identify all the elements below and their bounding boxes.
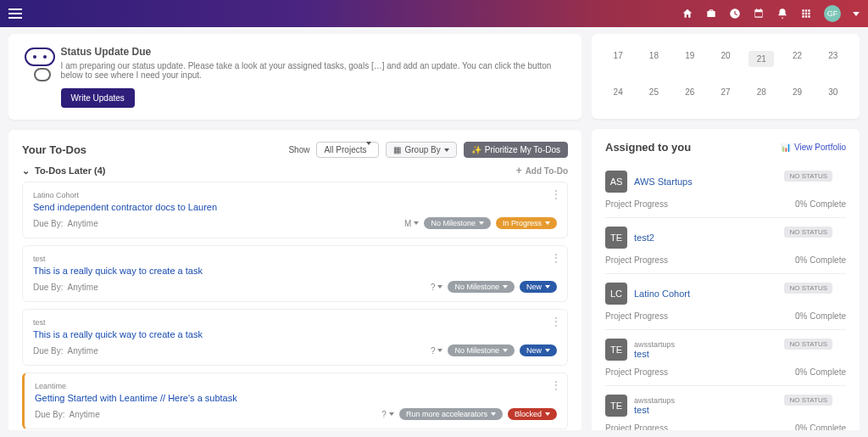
topbar: GF	[0, 0, 868, 27]
calendar-day[interactable]: 20	[713, 51, 738, 67]
todo-title-link[interactable]: Getting Started with Leantime // Here's …	[35, 393, 557, 403]
add-todo-button[interactable]: +Add To-Do	[516, 165, 568, 176]
briefcase-icon[interactable]	[705, 8, 717, 20]
calendar-day[interactable]: 26	[677, 87, 703, 97]
user-menu-caret[interactable]	[853, 12, 860, 16]
progress-label: Project Progress	[605, 199, 668, 209]
status-pill[interactable]: New	[520, 281, 557, 293]
assignee-badge[interactable]: ?	[381, 410, 394, 419]
prioritize-button[interactable]: ✨ Prioritize My To-Dos	[464, 142, 568, 158]
assigned-card: Assigned to you 📊 View Portfolio NO STAT…	[592, 129, 860, 430]
calendar-day[interactable]: 23	[821, 51, 846, 67]
todo-project: Leantime	[35, 382, 557, 390]
todo-due: Due By: Anytime	[33, 219, 98, 228]
bell-icon[interactable]	[776, 8, 788, 20]
progress-value: 0% Complete	[795, 423, 846, 430]
todo-due: Due By: Anytime	[33, 283, 98, 292]
status-update-card: Status Update Due I am preparing our sta…	[8, 34, 581, 120]
project-item: NO STATUS TE test2 Project Progress 0% C…	[605, 218, 846, 274]
todo-title-link[interactable]: Send independent contractor docs to Laur…	[33, 202, 557, 212]
assigned-heading: Assigned to you	[605, 141, 691, 154]
todo-menu-icon[interactable]: ⋮	[550, 251, 562, 265]
todos-card: Your To-Dos Show All Projects ▦ Group By…	[8, 130, 581, 430]
todo-item: ⋮ Leantime Getting Started with Leantime…	[22, 373, 568, 429]
section-toggle-later[interactable]: ⌄To-Dos Later (4) +Add To-Do	[22, 165, 568, 176]
calendar-widget: 1718192021222324252627282930	[592, 34, 860, 119]
todo-item: ⋮ test This is a really quick way to cre…	[22, 245, 568, 302]
project-avatar: AS	[605, 171, 627, 193]
todo-project: Latino Cohort	[33, 191, 557, 199]
status-pill[interactable]: Blocked	[508, 408, 557, 420]
calendar-day[interactable]: 30	[821, 87, 846, 97]
calendar-day[interactable]: 22	[785, 51, 810, 67]
milestone-pill[interactable]: Run more accelearators	[399, 408, 503, 420]
todo-project: test	[33, 255, 557, 263]
progress-value: 0% Complete	[795, 367, 846, 377]
calendar-day[interactable]: 21	[748, 51, 774, 67]
robot-icon	[22, 46, 51, 81]
todos-heading: Your To-Dos	[22, 143, 86, 156]
status-badge: NO STATUS	[784, 227, 832, 238]
assignee-badge[interactable]: ?	[431, 346, 443, 356]
project-item: NO STATUS TE awsstartups test Project Pr…	[605, 330, 846, 386]
milestone-pill[interactable]: No Milestone	[448, 281, 515, 293]
progress-label: Project Progress	[605, 423, 668, 430]
calendar-icon[interactable]	[753, 8, 765, 20]
project-avatar: TE	[605, 227, 627, 249]
todo-item: ⋮ test This is a really quick way to cre…	[22, 309, 568, 366]
project-filter[interactable]: All Projects	[316, 142, 379, 158]
status-pill[interactable]: New	[520, 345, 557, 356]
milestone-pill[interactable]: No Milestone	[448, 345, 515, 356]
clock-icon[interactable]	[729, 8, 741, 20]
calendar-day[interactable]: 24	[605, 87, 631, 97]
project-avatar: LC	[605, 283, 627, 305]
todo-title-link[interactable]: This is a really quick way to create a t…	[33, 329, 557, 339]
status-body: I am preparing our status update. Please…	[61, 61, 568, 80]
progress-value: 0% Complete	[795, 255, 846, 265]
calendar-day[interactable]: 19	[677, 51, 703, 67]
status-badge: NO STATUS	[784, 171, 832, 182]
milestone-pill[interactable]: No Milestone	[424, 217, 491, 229]
status-badge: NO STATUS	[784, 283, 832, 294]
group-by-button[interactable]: ▦ Group By	[386, 142, 456, 158]
todo-item: ⋮ Latino Cohort Send independent contrac…	[22, 182, 568, 238]
todo-due: Due By: Anytime	[35, 410, 100, 419]
calendar-day[interactable]: 28	[748, 87, 774, 97]
menu-toggle[interactable]	[8, 8, 22, 19]
project-avatar: TE	[605, 395, 627, 417]
todo-due: Due By: Anytime	[33, 346, 98, 356]
user-avatar[interactable]: GF	[824, 5, 841, 22]
project-item: NO STATUS AS AWS Startups Project Progre…	[605, 162, 846, 218]
status-badge: NO STATUS	[784, 395, 832, 406]
calendar-day[interactable]: 25	[641, 87, 666, 97]
assignee-badge[interactable]: ?	[431, 283, 443, 292]
todo-menu-icon[interactable]: ⋮	[550, 188, 562, 201]
todo-title-link[interactable]: This is a really quick way to create a t…	[33, 266, 557, 276]
apps-icon[interactable]	[800, 8, 812, 20]
progress-label: Project Progress	[605, 255, 668, 265]
progress-value: 0% Complete	[795, 199, 846, 209]
todo-project: test	[33, 318, 557, 327]
todo-menu-icon[interactable]: ⋮	[550, 378, 562, 392]
write-updates-button[interactable]: Write Updates	[61, 88, 135, 108]
show-label: Show	[288, 145, 309, 154]
home-icon[interactable]	[682, 8, 693, 20]
project-avatar: TE	[605, 339, 627, 361]
view-portfolio-link[interactable]: 📊 View Portfolio	[781, 143, 846, 152]
progress-label: Project Progress	[605, 311, 668, 321]
project-link[interactable]: test	[634, 349, 846, 359]
project-link[interactable]: test	[634, 405, 846, 415]
calendar-day[interactable]: 29	[785, 87, 810, 97]
progress-label: Project Progress	[605, 367, 668, 377]
status-pill[interactable]: In Progress	[496, 217, 557, 229]
calendar-day[interactable]: 18	[641, 51, 666, 67]
project-item: NO STATUS LC Latino Cohort Project Progr…	[605, 274, 846, 330]
assignee-badge[interactable]: M	[404, 219, 419, 228]
calendar-day[interactable]: 27	[713, 87, 738, 97]
calendar-day[interactable]: 17	[605, 51, 631, 67]
todo-menu-icon[interactable]: ⋮	[550, 315, 562, 328]
status-badge: NO STATUS	[784, 339, 832, 350]
progress-value: 0% Complete	[795, 311, 846, 321]
project-item: NO STATUS TE awsstartups test Project Pr…	[605, 386, 846, 430]
status-title: Status Update Due	[61, 46, 568, 58]
